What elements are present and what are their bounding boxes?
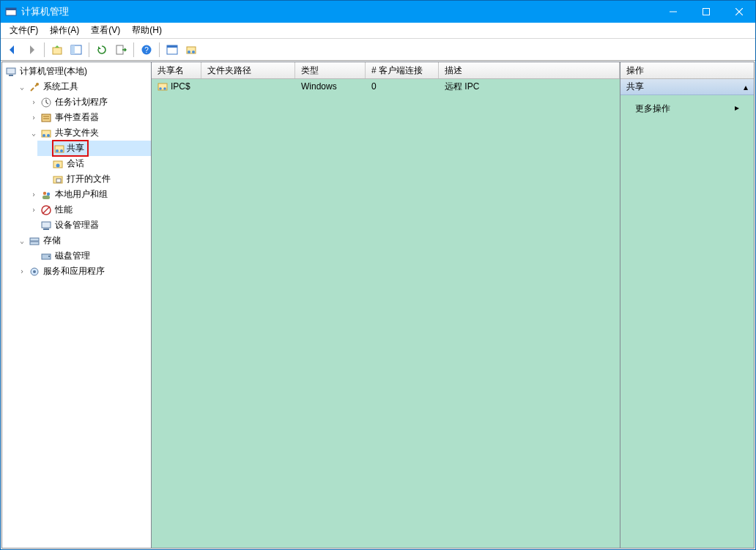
expander-icon[interactable]: ›	[29, 98, 39, 106]
svg-point-19	[36, 83, 39, 86]
shared-folder-icon	[40, 127, 52, 139]
tree-row-shared-folders[interactable]: ⌄ 共享文件夹	[26, 125, 151, 141]
svg-point-16	[192, 51, 195, 53]
svg-rect-8	[71, 45, 75, 54]
svg-point-35	[47, 192, 50, 195]
action-more[interactable]: 更多操作 ▸	[620, 100, 754, 118]
client-area: 计算机管理(本地) ⌄ 系统工具 ›	[1, 61, 755, 549]
shares-icon-button[interactable]	[182, 41, 200, 59]
titlebar: 计算机管理	[1, 1, 755, 23]
show-hide-tree-button[interactable]	[67, 41, 85, 59]
device-icon	[40, 220, 52, 231]
tree-label: 共享	[65, 141, 86, 155]
list-panel: 共享名 文件夹路径 类型 # 客户端连接 描述 IPC$ Windows 0 远…	[152, 62, 620, 549]
tree-label: 系统工具	[42, 80, 80, 94]
list-row[interactable]: IPC$ Windows 0 远程 IPC	[152, 79, 620, 94]
col-client-conn[interactable]: # 客户端连接	[366, 62, 439, 78]
close-button[interactable]	[722, 1, 755, 23]
tree-node-shares: 共享	[37, 141, 151, 156]
svg-point-44	[48, 256, 50, 257]
tree-row-root[interactable]: 计算机管理(本地)	[2, 64, 151, 79]
tree-row-sessions[interactable]: 会话	[37, 156, 151, 171]
performance-icon	[40, 204, 52, 216]
svg-line-38	[42, 207, 50, 214]
export-list-button[interactable]	[112, 41, 130, 59]
tree-node-device-manager: 设备管理器	[26, 218, 151, 233]
svg-rect-40	[43, 228, 49, 230]
svg-point-26	[47, 134, 50, 137]
open-files-icon	[52, 174, 64, 185]
menu-view[interactable]: 查看(V)	[85, 23, 126, 38]
tree-node-disk-mgmt: 磁盘管理	[26, 248, 151, 264]
tree-panel[interactable]: 计算机管理(本地) ⌄ 系统工具 ›	[1, 62, 152, 549]
tree-label: 共享文件夹	[53, 126, 100, 140]
tree-row-open-files[interactable]: 打开的文件	[37, 171, 151, 187]
services-icon	[29, 266, 40, 278]
forward-button[interactable]	[23, 41, 40, 59]
tree-row-local-users[interactable]: › 本地用户和组	[26, 187, 151, 202]
expander-icon[interactable]: ⌄	[17, 237, 27, 245]
maximize-button[interactable]	[689, 1, 722, 23]
computer-icon	[5, 66, 17, 78]
col-folder-path[interactable]: 文件夹路径	[201, 62, 295, 78]
menu-action[interactable]: 操作(A)	[44, 23, 85, 38]
expander-icon[interactable]: ⌄	[17, 83, 27, 91]
highlighted-node: 共享	[52, 140, 89, 157]
svg-rect-17	[7, 68, 15, 74]
chevron-right-icon: ▸	[735, 103, 739, 113]
svg-rect-41	[30, 238, 39, 241]
back-button[interactable]	[4, 41, 21, 59]
svg-rect-36	[42, 196, 50, 199]
svg-point-31	[56, 163, 60, 167]
col-type[interactable]: 类型	[295, 62, 366, 78]
tree-row-device-manager[interactable]: 设备管理器	[26, 218, 151, 233]
menu-help[interactable]: 帮助(H)	[126, 23, 168, 38]
chevron-up-icon: ▴	[744, 82, 748, 92]
clock-icon	[40, 97, 52, 108]
cell-client-conn: 0	[366, 81, 439, 92]
tree-node-services-apps: › 服务和应用程序	[14, 264, 151, 279]
tools-icon	[29, 81, 40, 93]
list-body[interactable]: IPC$ Windows 0 远程 IPC	[152, 79, 620, 548]
expander-icon[interactable]: ›	[29, 206, 39, 214]
tree-row-shares[interactable]: 共享	[37, 141, 151, 156]
expander-icon[interactable]: ›	[29, 114, 39, 122]
sessions-icon	[52, 158, 64, 170]
cell-description: 远程 IPC	[439, 81, 620, 93]
svg-point-49	[163, 87, 166, 90]
toolbar-sep	[133, 42, 134, 57]
minimize-button[interactable]	[656, 1, 689, 23]
tree-row-storage[interactable]: ⌄ 存储	[14, 233, 151, 248]
expander-icon[interactable]: ⌄	[29, 129, 39, 137]
tree-node-event-viewer: › 事件查看器	[26, 110, 151, 125]
svg-point-34	[43, 191, 46, 194]
tree-row-disk-mgmt[interactable]: 磁盘管理	[26, 248, 151, 264]
tree-row-event-viewer[interactable]: › 事件查看器	[26, 110, 151, 125]
tree-node-local-users: › 本地用户和组	[26, 187, 151, 202]
help-button[interactable]: ?	[138, 41, 155, 59]
tree-label: 打开的文件	[65, 172, 112, 186]
tree-row-task-scheduler[interactable]: › 任务计划程序	[26, 94, 151, 110]
svg-rect-1	[6, 8, 16, 10]
col-description[interactable]: 描述	[439, 62, 620, 78]
col-share-name[interactable]: 共享名	[152, 62, 201, 78]
refresh-button[interactable]	[93, 41, 111, 59]
expander-icon[interactable]: ›	[29, 190, 39, 198]
svg-rect-18	[9, 75, 13, 76]
up-button[interactable]	[48, 41, 66, 59]
tree-label: 计算机管理(本地)	[18, 64, 89, 78]
svg-rect-6	[53, 48, 62, 54]
tree-row-performance[interactable]: › 性能	[26, 202, 151, 218]
new-share-button[interactable]	[163, 41, 181, 59]
tree-label: 会话	[65, 157, 86, 171]
tree-label: 磁盘管理	[53, 249, 92, 263]
tree-node-storage: ⌄ 存储 磁盘管理	[14, 233, 151, 264]
cell-text: IPC$	[171, 81, 190, 92]
expexpander-icon[interactable]: ›	[17, 267, 27, 275]
tree-row-system-tools[interactable]: ⌄ 系统工具	[14, 79, 151, 94]
actions-group-header[interactable]: 共享 ▴	[620, 79, 754, 95]
disk-icon	[40, 250, 52, 262]
svg-point-25	[42, 134, 45, 137]
tree-row-services-apps[interactable]: › 服务和应用程序	[14, 264, 151, 279]
menu-file[interactable]: 文件(F)	[4, 23, 44, 38]
